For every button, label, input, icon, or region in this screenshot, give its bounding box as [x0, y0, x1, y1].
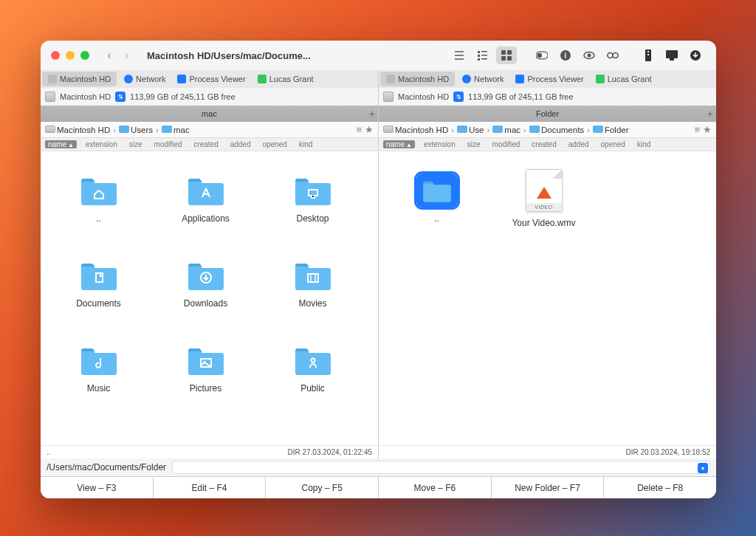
add-tab-icon[interactable]: +	[707, 108, 713, 120]
breadcrumb-segment[interactable]: Macintosh HD	[383, 126, 448, 134]
compress-button[interactable]	[638, 47, 659, 64]
drive-tab-lucas-grant[interactable]: Lucas Grant	[252, 70, 320, 88]
column-modified[interactable]: modified	[487, 140, 526, 148]
footer-edit-button[interactable]: Edit – F4	[154, 477, 267, 498]
file-item[interactable]: Applications	[152, 156, 259, 241]
breadcrumb-segment[interactable]: Macintosh HD	[45, 126, 110, 134]
column-modified[interactable]: modified	[148, 140, 188, 148]
footer-delete-button[interactable]: Delete – F8	[604, 477, 716, 498]
drive-icon	[258, 75, 267, 83]
file-label: Pictures	[190, 383, 221, 394]
file-item[interactable]: Music	[45, 326, 152, 410]
quicklook-button[interactable]	[579, 47, 599, 64]
drive-tab-network[interactable]: Network	[118, 70, 171, 88]
footer-new-button[interactable]: New Folder – F7	[492, 477, 605, 498]
svg-rect-9	[507, 56, 512, 61]
file-item[interactable]: Documents	[45, 241, 152, 326]
drive-tab-lucas-grant[interactable]: Lucas Grant	[590, 70, 658, 88]
column-extension[interactable]: extension	[80, 140, 123, 148]
column-created[interactable]: created	[526, 140, 562, 148]
forward-button[interactable]: ›	[120, 49, 134, 62]
drive-tab-macintosh-hd[interactable]: Macintosh HD	[380, 72, 455, 86]
column-name[interactable]: name▲	[383, 140, 415, 148]
column-view-button[interactable]	[472, 47, 493, 64]
column-size[interactable]: size	[123, 140, 148, 148]
info-button[interactable]: i	[555, 47, 576, 64]
disk-icon	[383, 126, 394, 133]
zoom-button[interactable]	[80, 51, 89, 60]
view-mode-icon[interactable]: ≡	[356, 124, 362, 135]
svg-rect-4	[478, 58, 480, 61]
drive-tab-process-viewer[interactable]: Process Viewer	[509, 70, 589, 88]
favorite-icon[interactable]: ★	[703, 124, 712, 135]
column-opened[interactable]: opened	[595, 140, 631, 148]
svg-rect-20	[647, 54, 649, 55]
proc-icon	[515, 75, 524, 83]
breadcrumb-segment[interactable]: Use	[457, 126, 484, 134]
breadcrumb-right: Macintosh HD›Use›mac›Documents›Folder≡★	[379, 122, 716, 138]
folder-icon	[492, 126, 503, 133]
file-label: Public	[300, 383, 325, 394]
column-kind[interactable]: kind	[631, 140, 656, 148]
pane-tab-right[interactable]: Folder+	[379, 106, 716, 122]
file-grid-left[interactable]: ..ApplicationsDesktopDocumentsDownloadsM…	[41, 151, 378, 445]
column-extension[interactable]: extension	[418, 140, 461, 148]
footer-move-button[interactable]: Move – F6	[379, 477, 492, 498]
minimize-button[interactable]	[66, 51, 75, 60]
file-item[interactable]: Pictures	[152, 326, 259, 410]
drive-tab-macintosh-hd[interactable]: Macintosh HD	[42, 72, 117, 86]
column-added[interactable]: added	[224, 140, 257, 148]
file-label: Music	[87, 383, 110, 394]
column-kind[interactable]: kind	[293, 140, 318, 148]
desktop-button[interactable]	[662, 47, 682, 64]
dropdown-icon[interactable]: ▾	[698, 463, 708, 473]
back-button[interactable]: ‹	[103, 49, 116, 62]
breadcrumb-segment[interactable]: mac	[492, 126, 520, 134]
column-opened[interactable]: opened	[257, 140, 293, 148]
path-input[interactable]: ▾	[172, 461, 710, 474]
file-grid-right[interactable]: ..VIDEOYour Video.wmv	[379, 151, 716, 445]
breadcrumb-segment[interactable]: Folder	[593, 126, 629, 134]
file-item[interactable]: Downloads	[152, 241, 259, 326]
svg-rect-7	[507, 50, 512, 55]
column-name[interactable]: name▲	[45, 140, 77, 148]
panes: ..ApplicationsDesktopDocumentsDownloadsM…	[41, 151, 716, 458]
footer-view-button[interactable]: View – F3	[41, 477, 154, 498]
disk-switcher[interactable]: ⇅	[453, 92, 464, 102]
pane-left: ..ApplicationsDesktopDocumentsDownloadsM…	[41, 151, 379, 458]
view-mode-icon[interactable]: ≡	[694, 124, 700, 135]
file-item[interactable]: Movies	[259, 241, 366, 326]
breadcrumb-segment[interactable]: Documents	[529, 126, 584, 134]
file-item[interactable]: Public	[259, 326, 366, 410]
add-tab-icon[interactable]: +	[369, 108, 375, 120]
column-added[interactable]: added	[563, 140, 595, 148]
drive-tab-process-viewer[interactable]: Process Viewer	[171, 70, 251, 88]
file-item[interactable]: Desktop	[259, 156, 366, 241]
status-left: ..DIR 27.03.2024, 01:22:45	[41, 445, 378, 458]
list-view-button[interactable]	[449, 47, 470, 64]
pane-tab-left[interactable]: mac+	[41, 106, 379, 122]
column-created[interactable]: created	[188, 140, 224, 148]
drive-tab-network[interactable]: Network	[456, 70, 509, 88]
titlebar: ‹ › Macintosh HD/Users/mac/Docume... i	[41, 41, 716, 70]
file-item[interactable]: ..	[383, 156, 490, 241]
grid-view-button[interactable]	[496, 47, 517, 64]
download-button[interactable]	[685, 47, 706, 64]
file-item[interactable]: VIDEOYour Video.wmv	[490, 156, 597, 241]
folder-icon	[593, 126, 603, 133]
breadcrumb-segment[interactable]: mac	[162, 126, 190, 134]
disk-name: Macintosh HD	[60, 92, 111, 101]
favorite-icon[interactable]: ★	[365, 124, 374, 135]
close-button[interactable]	[51, 51, 60, 60]
search-button[interactable]	[602, 47, 623, 64]
breadcrumb-segment[interactable]: Users	[119, 126, 153, 134]
column-size[interactable]: size	[461, 140, 487, 148]
svg-text:i: i	[565, 52, 567, 60]
disk-free: 113,99 GB of 245,11 GB free	[130, 92, 235, 101]
toggle-button[interactable]	[532, 47, 552, 64]
footer-copy-button[interactable]: Copy – F5	[266, 477, 379, 498]
file-item[interactable]: ..	[45, 156, 152, 241]
folder-icon	[78, 173, 120, 207]
disk-free: 113,99 GB of 245,11 GB free	[468, 92, 573, 101]
disk-switcher[interactable]: ⇅	[115, 92, 126, 102]
